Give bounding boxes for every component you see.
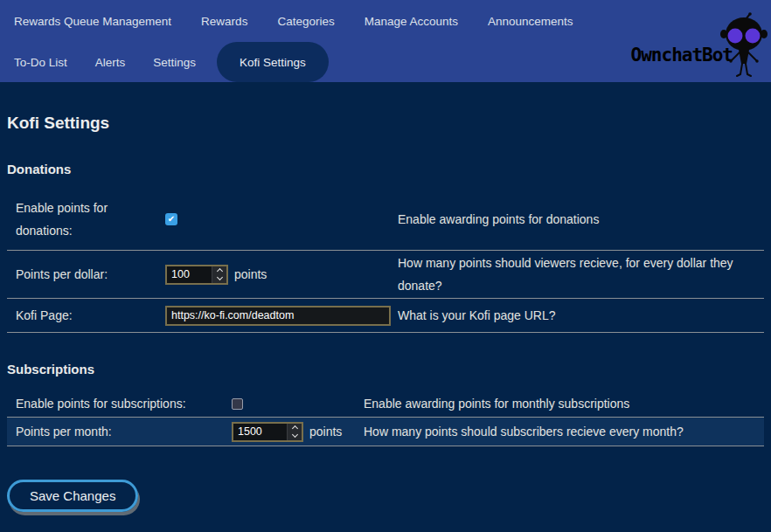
kofi-settings-page: Kofi Settings Donations Enable points fo… bbox=[0, 114, 771, 512]
number-spinner[interactable] bbox=[287, 424, 302, 440]
enable-subscriptions-checkbox[interactable] bbox=[232, 398, 243, 410]
spinner-down-icon[interactable] bbox=[216, 274, 222, 280]
logo-wordmark: OwnchatBot bbox=[631, 45, 733, 66]
top-navbar: Rewards Queue Management Rewards Categor… bbox=[0, 0, 771, 82]
unit-label: points bbox=[309, 420, 342, 443]
points-per-dollar-value[interactable] bbox=[167, 266, 212, 283]
nav-item-rewards-queue-management[interactable]: Rewards Queue Management bbox=[14, 15, 171, 28]
settings-row-enable-subscriptions: Enable points for subscriptions: Enable … bbox=[7, 390, 764, 418]
field-label: Points per month: bbox=[7, 420, 224, 443]
nav-item-rewards[interactable]: Rewards bbox=[201, 15, 247, 28]
field-description: Enable awarding points for monthly subsc… bbox=[364, 392, 764, 415]
field-control: points bbox=[224, 420, 364, 443]
nav-item-manage-accounts[interactable]: Manage Accounts bbox=[365, 15, 458, 28]
field-control bbox=[157, 306, 398, 326]
nav-item-announcements[interactable]: Announcements bbox=[488, 15, 573, 28]
field-control bbox=[157, 213, 398, 225]
field-label: Kofi Page: bbox=[7, 304, 157, 327]
ownchatbot-logo[interactable]: OwnchatBot bbox=[609, 0, 771, 82]
field-description: How many points should subscribers recie… bbox=[364, 420, 764, 443]
points-per-dollar-input[interactable] bbox=[165, 265, 228, 285]
nav-item-kofi-settings-active[interactable]: Kofi Settings bbox=[217, 42, 329, 82]
field-description: Enable awarding points for donations bbox=[398, 208, 764, 231]
settings-row-points-per-month: Points per month: points How many points… bbox=[7, 418, 764, 446]
save-changes-button[interactable]: Save Changes bbox=[7, 480, 138, 512]
nav-item-settings[interactable]: Settings bbox=[153, 56, 196, 69]
nav-item-categories[interactable]: Categories bbox=[277, 15, 334, 28]
unit-label: points bbox=[234, 263, 267, 286]
field-label: Enable points for donations: bbox=[7, 197, 157, 242]
subscriptions-section-heading: Subscriptions bbox=[7, 362, 764, 377]
donations-section-heading: Donations bbox=[7, 162, 764, 176]
spinner-down-icon[interactable] bbox=[291, 432, 297, 438]
nav-item-todo-list[interactable]: To-Do List bbox=[14, 56, 67, 69]
settings-row-points-per-dollar: Points per dollar: points How many point… bbox=[7, 251, 764, 299]
kofi-page-url-input[interactable] bbox=[165, 306, 391, 326]
nav-item-alerts[interactable]: Alerts bbox=[95, 56, 126, 69]
robot-mascot-icon bbox=[719, 12, 769, 79]
field-label: Enable points for subscriptions: bbox=[7, 392, 224, 415]
field-control: points bbox=[157, 263, 398, 286]
points-per-month-input[interactable] bbox=[232, 422, 303, 442]
settings-row-enable-donations: Enable points for donations: Enable awar… bbox=[7, 190, 764, 251]
page-title: Kofi Settings bbox=[7, 114, 764, 133]
settings-row-kofi-page: Kofi Page: What is your Kofi page URL? bbox=[7, 299, 764, 333]
enable-donations-checkbox[interactable] bbox=[165, 213, 177, 225]
number-spinner[interactable] bbox=[212, 266, 226, 283]
field-label: Points per dollar: bbox=[7, 263, 157, 286]
field-description: How many points should viewers recieve, … bbox=[398, 252, 764, 297]
points-per-month-value[interactable] bbox=[233, 424, 287, 440]
field-control bbox=[224, 398, 364, 410]
field-description: What is your Kofi page URL? bbox=[398, 304, 764, 327]
